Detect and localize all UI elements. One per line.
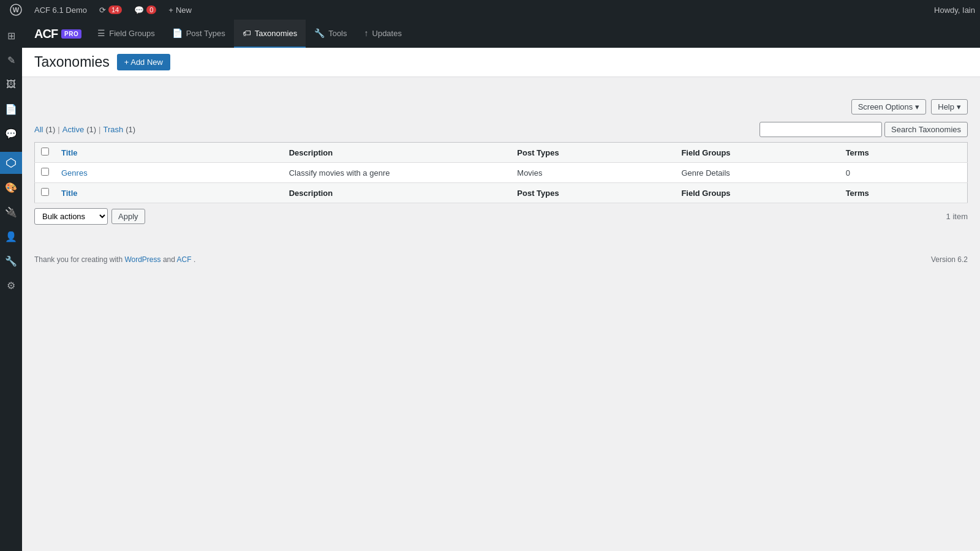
sort-title-link[interactable]: Title bbox=[61, 148, 78, 157]
footer-col-title: Title bbox=[55, 183, 283, 203]
row-title-cell: Genres bbox=[55, 163, 283, 183]
post-types-icon: 📄 bbox=[172, 28, 183, 38]
footer: Thank you for creating with WordPress an… bbox=[34, 249, 968, 270]
top-actions: Screen Options ▾ Help ▾ bbox=[34, 99, 968, 114]
sidebar-item-appearance[interactable]: 🎨 bbox=[0, 176, 22, 198]
sidebar: ⊞ ✎ 🖼 📄 💬 🎨 🔌 👤 🔧 ⚙ bbox=[0, 20, 22, 551]
footer-checkbox-cell bbox=[35, 183, 56, 203]
plus-icon: + bbox=[168, 6, 173, 15]
footer-right: Version 6.2 bbox=[931, 255, 968, 264]
tab-updates[interactable]: ↑ Updates bbox=[356, 20, 410, 48]
field-groups-icon: ☰ bbox=[97, 28, 105, 38]
footer-col-post-types: Post Types bbox=[511, 183, 675, 203]
col-header-field-groups: Field Groups bbox=[675, 143, 839, 163]
col-header-title: Title bbox=[55, 143, 283, 163]
plugin-nav-tabs: ☰ Field Groups 📄 Post Types 🏷 Taxonomies… bbox=[89, 20, 410, 48]
screen-options-arrow-icon: ▾ bbox=[915, 102, 919, 111]
filter-active[interactable]: Active bbox=[62, 125, 84, 134]
bulk-actions-left: Bulk actions Apply bbox=[34, 208, 145, 225]
bulk-actions-select[interactable]: Bulk actions bbox=[34, 208, 108, 225]
svg-text:W: W bbox=[13, 6, 20, 13]
col-header-terms: Terms bbox=[840, 143, 968, 163]
filter-bar: All (1) | Active (1) | Trash (1) Search … bbox=[34, 122, 968, 137]
footer-col-terms: Terms bbox=[840, 183, 968, 203]
comments-count: 0 bbox=[146, 6, 156, 14]
svg-marker-2 bbox=[7, 159, 15, 167]
updates[interactable]: ⟳ 14 bbox=[94, 0, 127, 20]
row-title-link[interactable]: Genres bbox=[61, 168, 88, 178]
page-title: Taxonomies bbox=[34, 54, 110, 70]
row-terms-cell: 0 bbox=[840, 163, 968, 183]
taxonomies-table: Title Description Post Types Field Group… bbox=[34, 142, 968, 203]
updates-count: 14 bbox=[108, 6, 122, 14]
bottom-actions: Bulk actions Apply 1 item bbox=[34, 208, 968, 225]
taxonomies-icon: 🏷 bbox=[243, 28, 251, 38]
table-header-row: Title Description Post Types Field Group… bbox=[35, 143, 968, 163]
sidebar-item-pages[interactable]: 📄 bbox=[0, 98, 22, 120]
site-name[interactable]: ACF 6.1 Demo bbox=[29, 0, 92, 20]
item-count: 1 item bbox=[946, 212, 968, 221]
admin-bar: W ACF 6.1 Demo ⟳ 14 💬 0 + New Howdy, Iai… bbox=[0, 0, 980, 20]
tab-field-groups[interactable]: ☰ Field Groups bbox=[89, 20, 163, 48]
tab-taxonomies[interactable]: 🏷 Taxonomies bbox=[234, 20, 306, 48]
row-field-groups-cell: Genre Details bbox=[675, 163, 839, 183]
new-content[interactable]: + New bbox=[164, 0, 197, 20]
search-input[interactable] bbox=[760, 122, 882, 137]
filter-links: All (1) | Active (1) | Trash (1) bbox=[34, 125, 135, 134]
sidebar-item-settings[interactable]: ⚙ bbox=[0, 274, 22, 296]
sidebar-item-plugins[interactable]: 🔌 bbox=[0, 201, 22, 223]
footer-col-field-groups: Field Groups bbox=[675, 183, 839, 203]
updates-icon: ⟳ bbox=[99, 6, 106, 15]
tab-post-types[interactable]: 📄 Post Types bbox=[164, 20, 234, 48]
content-area: Screen Options ▾ Help ▾ All (1) | Active… bbox=[34, 87, 968, 270]
table-footer-row: Title Description Post Types Field Group… bbox=[35, 183, 968, 203]
footer-col-description: Description bbox=[283, 183, 511, 203]
sidebar-item-posts[interactable]: ✎ bbox=[0, 49, 22, 71]
filter-all[interactable]: All bbox=[34, 125, 43, 134]
sidebar-item-media[interactable]: 🖼 bbox=[0, 73, 22, 96]
plugin-nav: ACF PRO ☰ Field Groups 📄 Post Types 🏷 Ta… bbox=[22, 20, 980, 48]
acf-logo: ACF PRO bbox=[27, 20, 89, 48]
footer-select-all-checkbox[interactable] bbox=[41, 188, 49, 196]
sidebar-item-dashboard[interactable]: ⊞ bbox=[0, 24, 22, 47]
acf-link[interactable]: ACF bbox=[177, 255, 192, 264]
wp-logo[interactable]: W bbox=[5, 0, 27, 20]
howdy-text: Howdy, Iain bbox=[934, 6, 975, 15]
row-post-types-cell: Movies bbox=[511, 163, 675, 183]
apply-button[interactable]: Apply bbox=[111, 209, 145, 224]
select-all-cell bbox=[35, 143, 56, 163]
table-row: Genres Classify movies with a genre Movi… bbox=[35, 163, 968, 183]
sidebar-item-tools[interactable]: 🔧 bbox=[0, 250, 22, 272]
select-all-checkbox[interactable] bbox=[41, 148, 49, 156]
wordpress-link[interactable]: WordPress bbox=[124, 255, 160, 264]
updates-nav-icon: ↑ bbox=[364, 28, 369, 38]
row-description-cell: Classify movies with a genre bbox=[283, 163, 511, 183]
main-content: Taxonomies + Add New Screen Options ▾ He… bbox=[22, 48, 980, 551]
help-button[interactable]: Help ▾ bbox=[931, 99, 968, 114]
comments[interactable]: 💬 0 bbox=[129, 0, 161, 20]
search-bar: Search Taxonomies bbox=[760, 122, 968, 137]
sidebar-item-acf[interactable] bbox=[0, 152, 22, 174]
page-header: Taxonomies + Add New bbox=[22, 48, 980, 77]
filter-trash[interactable]: Trash bbox=[103, 125, 123, 134]
tools-icon: 🔧 bbox=[314, 28, 325, 38]
footer-sort-title-link[interactable]: Title bbox=[61, 189, 78, 198]
comments-icon: 💬 bbox=[134, 6, 144, 15]
tab-tools[interactable]: 🔧 Tools bbox=[306, 20, 355, 48]
row-checkbox-cell bbox=[35, 163, 56, 183]
help-arrow-icon: ▾ bbox=[957, 102, 961, 111]
sidebar-item-users[interactable]: 👤 bbox=[0, 225, 22, 247]
footer-left: Thank you for creating with WordPress an… bbox=[34, 255, 195, 264]
add-new-button[interactable]: + Add New bbox=[117, 54, 170, 70]
screen-options-button[interactable]: Screen Options ▾ bbox=[851, 99, 927, 114]
sidebar-item-comments[interactable]: 💬 bbox=[0, 122, 22, 144]
col-header-post-types: Post Types bbox=[511, 143, 675, 163]
row-checkbox[interactable] bbox=[41, 168, 49, 176]
search-button[interactable]: Search Taxonomies bbox=[884, 122, 968, 137]
col-header-description: Description bbox=[283, 143, 511, 163]
